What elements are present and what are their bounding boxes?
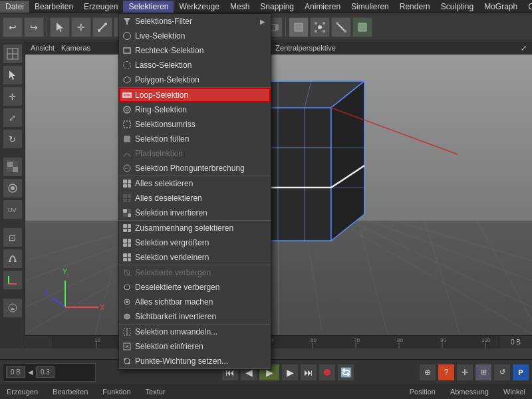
menu-loop-selektion[interactable]: Loop-Selektion xyxy=(119,88,271,102)
viewport-expand[interactable]: ⤢ xyxy=(521,44,527,53)
point-mode[interactable] xyxy=(310,17,330,37)
bottom-tab-funktion[interactable]: Funktion xyxy=(98,386,134,397)
left-checker-btn[interactable] xyxy=(3,157,23,177)
menu-charak[interactable]: Charak xyxy=(523,1,532,13)
menu-live-label: Live-Selektion xyxy=(135,31,265,41)
menu-lasso-selektion[interactable]: Lasso-Selektion xyxy=(119,58,271,72)
left-material-btn[interactable] xyxy=(3,178,23,198)
left-view-btn[interactable] xyxy=(3,44,23,64)
refresh-btn[interactable]: ↺ xyxy=(493,364,511,381)
menu-datei[interactable]: Datei xyxy=(0,1,29,13)
svg-point-128 xyxy=(124,285,130,290)
left-axis-btn[interactable] xyxy=(3,270,23,290)
menu-zusammenhang[interactable]: Zusammenhang selektieren xyxy=(119,221,271,235)
next-btn[interactable]: ▶ xyxy=(281,364,299,381)
viewport-kameras[interactable]: Kameras xyxy=(61,44,90,52)
menu-rechteck-selektion[interactable]: Rechteck-Selektion xyxy=(119,43,271,58)
model-mode[interactable] xyxy=(289,17,309,37)
menu-alles-selektieren[interactable]: Alles selektieren xyxy=(119,176,271,191)
menu-selektion-umwandeln[interactable]: Selektion umwandeln... xyxy=(119,325,271,339)
menu-selektion-verkleinern[interactable]: Selektion verkleinern xyxy=(119,250,271,265)
left-scale-btn[interactable]: ⤢ xyxy=(3,108,23,128)
left-uvw-btn[interactable]: UV xyxy=(3,200,23,219)
right-controls: ⊕ ? ✛ ⊞ ↺ P xyxy=(419,364,529,381)
svg-marker-29 xyxy=(358,23,366,31)
menu-deselektierte-verbergen[interactable]: Deselektierte verbergen xyxy=(119,280,271,295)
menu-selektion-vergroessern[interactable]: Selektion vergrößern xyxy=(119,235,271,250)
menu-mograph[interactable]: MoGraph xyxy=(479,1,523,13)
menu-rendern[interactable]: Rendern xyxy=(394,1,436,13)
bottom-tab-textur[interactable]: Textur xyxy=(142,386,170,397)
menu-ring-selektion[interactable]: Ring-Selektion xyxy=(119,102,271,117)
menu-section-6: Selektion umwandeln... Selektion einfrie… xyxy=(119,325,271,369)
bottom-tab-bearbeiten[interactable]: Bearbeiten xyxy=(49,386,92,397)
svg-marker-67 xyxy=(331,81,364,241)
svg-text:UV: UV xyxy=(8,207,17,213)
undo-button[interactable]: ↩ xyxy=(3,17,23,37)
menu-section-5: Selektierte verbergen Deselektierte verb… xyxy=(119,265,271,325)
frame-value2[interactable]: 0 3 xyxy=(36,366,55,378)
move-tool[interactable]: ✛ xyxy=(71,17,91,37)
bottom-tab-abmessung[interactable]: Abmessung xyxy=(446,386,493,397)
left-snap-btn[interactable]: ⊡ xyxy=(3,227,23,247)
left-rotate-btn[interactable]: ↻ xyxy=(3,129,23,149)
menu-live-selektion[interactable]: Live-Selektion xyxy=(119,29,271,43)
menu-polygon-selektion[interactable]: Polygon-Selektion xyxy=(119,72,271,87)
loop-btn[interactable]: 🔄 xyxy=(337,364,354,381)
menu-simulieren[interactable]: Simulieren xyxy=(346,1,394,13)
menu-sichtbar-label: Alles sichtbar machen xyxy=(135,297,265,307)
scale-tool[interactable] xyxy=(92,17,112,37)
select-tool[interactable] xyxy=(50,17,70,37)
menu-alles-deselektieren[interactable]: Alles deselektieren xyxy=(119,191,271,205)
next-frame-btn[interactable]: ⏭ xyxy=(300,364,317,381)
svg-point-28 xyxy=(344,30,346,33)
svg-line-26 xyxy=(337,23,345,31)
viewport-canvas[interactable]: X Y Z xyxy=(25,55,532,347)
menu-selektions-filter[interactable]: Selektions-Filter ▶ xyxy=(119,14,271,29)
menu-erzeugen[interactable]: Erzeugen xyxy=(78,1,123,13)
left-sculpt-btn[interactable] xyxy=(3,298,23,318)
svg-point-3 xyxy=(104,23,107,25)
help-btn[interactable]: ⊕ xyxy=(419,364,436,381)
svg-text:X: X xyxy=(100,303,105,311)
menu-werkzeuge[interactable]: Werkzeuge xyxy=(174,1,224,13)
left-magnet-btn[interactable] xyxy=(3,249,23,269)
menu-selektierte-verbergen: Selektierte verbergen xyxy=(119,265,271,280)
bottom-tab-winkel[interactable]: Winkel xyxy=(499,386,529,397)
menu-selektion-fuellen[interactable]: Selektion füllen xyxy=(119,132,271,146)
menu-selektion-phong[interactable]: Selektion Phongunterbrechung xyxy=(119,161,271,176)
menu-sichtbarkeit-invertieren[interactable]: Sichtbarkeit invertieren xyxy=(119,309,271,324)
left-move-btn[interactable]: ✛ xyxy=(3,86,23,106)
svg-point-130 xyxy=(126,301,128,303)
menu-bar: Datei Bearbeiten Erzeugen Selektieren We… xyxy=(0,0,532,13)
menu-selektion-invertieren[interactable]: Selektion invertieren xyxy=(119,205,271,220)
edge-mode[interactable] xyxy=(331,17,351,37)
svg-rect-114 xyxy=(124,48,130,53)
left-cursor-btn[interactable] xyxy=(3,65,23,85)
menu-bearbeiten[interactable]: Bearbeiten xyxy=(29,1,78,13)
menu-snapping[interactable]: Snapping xyxy=(255,1,299,13)
menu-selektionsumriss[interactable]: Selektionsumriss xyxy=(119,117,271,132)
menu-selektion-einfrieren[interactable]: Selektion einfrieren xyxy=(119,339,271,354)
warning-btn[interactable]: ? xyxy=(438,364,455,381)
svg-point-23 xyxy=(323,22,325,25)
menu-punkte-wichtung[interactable]: Punkte-Wichtung setzen... xyxy=(119,354,271,368)
p-btn[interactable]: P xyxy=(512,364,529,381)
frame-value[interactable]: 0 B xyxy=(6,366,25,378)
move-icon-btn[interactable]: ✛ xyxy=(456,364,473,381)
redo-button[interactable]: ↪ xyxy=(24,17,44,37)
snap-icon-btn[interactable]: ⊞ xyxy=(475,364,492,381)
menu-animieren[interactable]: Animieren xyxy=(299,1,346,13)
viewport-ansicht[interactable]: Ansicht xyxy=(31,44,55,52)
menu-vergroessern-label: Selektion vergrößern xyxy=(135,238,265,247)
svg-point-27 xyxy=(336,22,338,25)
menu-selektieren[interactable]: Selektieren xyxy=(123,1,174,13)
bottom-tab-erzeugen[interactable]: Erzeugen xyxy=(3,386,42,397)
menu-alles-sichtbar[interactable]: Alles sichtbar machen xyxy=(119,295,271,309)
bottom-tab-position[interactable]: Position xyxy=(406,386,440,397)
menu-sculpting[interactable]: Sculpting xyxy=(436,1,479,13)
menu-mesh[interactable]: Mesh xyxy=(225,1,255,13)
record-btn[interactable] xyxy=(319,364,336,381)
fill-icon xyxy=(122,134,132,144)
poly-mode[interactable] xyxy=(352,17,372,37)
